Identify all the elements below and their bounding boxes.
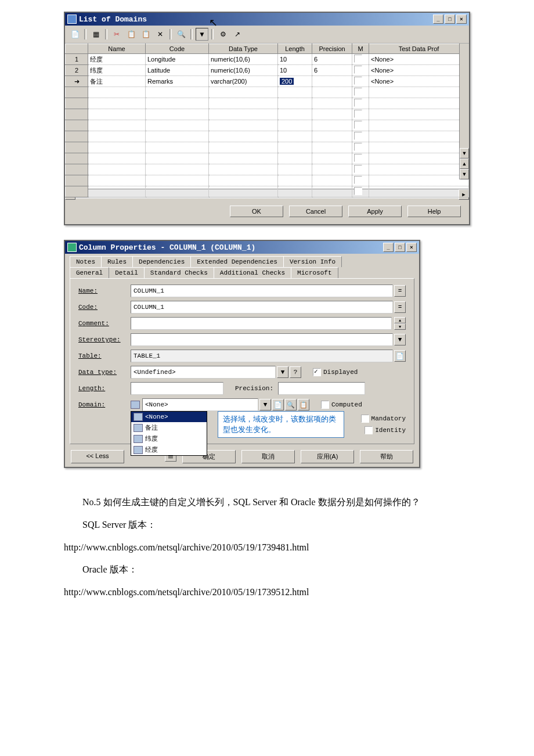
- paste-icon[interactable]: 📋: [139, 28, 152, 41]
- tool-icon[interactable]: ⚙: [217, 28, 229, 41]
- less-button[interactable]: << Less: [71, 450, 124, 463]
- tab-standard-checks[interactable]: Standard Checks: [144, 267, 214, 278]
- displayed-checkbox[interactable]: ✓Displayed: [313, 368, 358, 376]
- domains-grid[interactable]: Name Code Data Type Length Precision M T…: [65, 44, 469, 189]
- window-title: List of Domains: [79, 15, 433, 24]
- comment-up-button[interactable]: ▲: [394, 317, 406, 323]
- stereotype-dropdown-button[interactable]: ▼: [394, 334, 406, 345]
- code-label: Code:: [78, 304, 131, 311]
- article-text: No.5 如何生成主键的自定义增长列，SQL Server 和 Oracle 数…: [64, 483, 470, 613]
- mandatory-checkbox[interactable]: Mandatory: [361, 415, 406, 423]
- col-length[interactable]: Length: [278, 44, 312, 54]
- precision-field[interactable]: [278, 382, 365, 395]
- domain-dropdown-button[interactable]: ▼: [259, 399, 271, 411]
- tab-microsoft[interactable]: Microsoft: [291, 267, 338, 278]
- tab-ext-dependencies[interactable]: Extended Dependencies: [190, 256, 284, 267]
- app-icon: [67, 15, 77, 24]
- apply-button[interactable]: 应用(A): [301, 450, 354, 463]
- url-text: http://www.cnblogs.com/netsql/archive/20…: [64, 584, 470, 601]
- help-button[interactable]: 帮助: [360, 450, 413, 463]
- datatype-dropdown-button[interactable]: ▼: [277, 366, 288, 378]
- domain-field[interactable]: [142, 398, 258, 411]
- col-testdata[interactable]: Test Data Prof: [369, 44, 469, 54]
- apply-button[interactable]: Apply: [348, 206, 402, 217]
- tab-row-bottom: General Detail Standard Checks Additiona…: [65, 267, 419, 278]
- datatype-field[interactable]: [131, 366, 276, 379]
- stereotype-label: Stereotype:: [78, 336, 131, 343]
- domain-option[interactable]: 备注: [131, 422, 207, 433]
- app-icon: [67, 243, 77, 252]
- tab-content: Name: = Code: = Comment: ▲ ▼ Stereotype:…: [70, 278, 414, 444]
- vertical-scrollbar[interactable]: ▼ ▲ ▼: [459, 44, 469, 179]
- filter-icon[interactable]: ▼: [196, 28, 208, 41]
- col-rownum[interactable]: [66, 44, 88, 54]
- domain-dropdown-list[interactable]: <None> 备注 纬度 经度: [131, 411, 207, 456]
- domain-btn3[interactable]: 📋: [298, 399, 309, 411]
- name-sync-button[interactable]: =: [394, 285, 406, 297]
- delete-icon[interactable]: ✕: [154, 28, 167, 41]
- col-m[interactable]: M: [352, 44, 369, 54]
- table-field: [131, 350, 393, 362]
- url-text: http://www.cnblogs.com/netsql/archive/20…: [64, 539, 470, 556]
- identity-checkbox[interactable]: Identity: [365, 426, 406, 434]
- domain-btn1[interactable]: 📄: [272, 399, 284, 411]
- tab-detail[interactable]: Detail: [109, 267, 145, 278]
- scroll-bottom-icon[interactable]: ▼: [460, 169, 469, 179]
- tab-general[interactable]: General: [70, 267, 109, 279]
- maximize-button[interactable]: □: [445, 15, 455, 24]
- toolbar: 📄 ▦ ✂ 📋 📋 ✕ 🔍 ▼ ⚙ ↗: [65, 26, 469, 44]
- help-button[interactable]: Help: [407, 206, 461, 217]
- comment-field[interactable]: [131, 317, 392, 330]
- table-row[interactable]: 2纬度Latitudenumeric(10,6)106<None>: [66, 65, 469, 76]
- column-properties-window: Column Properties - COLUMN_1 (COLUMN_1) …: [64, 240, 420, 468]
- datatype-help-button[interactable]: ?: [290, 366, 301, 378]
- close-button[interactable]: ×: [406, 243, 417, 252]
- stereotype-field[interactable]: [131, 333, 393, 346]
- copy-icon[interactable]: 📋: [125, 28, 138, 41]
- datatype-label: Data type:: [78, 369, 131, 376]
- comment-down-button[interactable]: ▼: [394, 323, 406, 330]
- table-row[interactable]: ➜备注Remarksvarchar(200)200<None>: [66, 76, 469, 87]
- domain-btn2[interactable]: 🔍: [285, 399, 297, 411]
- col-name[interactable]: Name: [88, 44, 146, 54]
- domain-option-none[interactable]: <None>: [131, 412, 207, 422]
- export-icon[interactable]: ↗: [231, 28, 244, 41]
- close-button[interactable]: ×: [456, 15, 467, 24]
- col-precision[interactable]: Precision: [312, 44, 352, 54]
- grid-icon[interactable]: ▦: [89, 28, 102, 41]
- new-icon[interactable]: 📄: [68, 28, 81, 41]
- tab-notes[interactable]: Notes: [70, 256, 102, 267]
- name-label: Name:: [78, 287, 131, 294]
- tab-version-info[interactable]: Version Info: [283, 256, 342, 267]
- titlebar: Column Properties - COLUMN_1 (COLUMN_1) …: [65, 241, 419, 254]
- tab-additional-checks[interactable]: Additional Checks: [214, 267, 291, 278]
- tab-rules[interactable]: Rules: [101, 256, 133, 267]
- domain-option[interactable]: 经度: [131, 444, 207, 455]
- length-field[interactable]: [131, 382, 223, 395]
- scroll-down-icon[interactable]: ▼: [460, 148, 469, 159]
- precision-label: Precision:: [235, 385, 273, 392]
- table-label: Table:: [78, 352, 131, 359]
- col-code[interactable]: Code: [146, 44, 209, 54]
- callout-tooltip: 选择域，域改变时，该数据项的类型也发生变化。: [218, 411, 344, 438]
- domain-option[interactable]: 纬度: [131, 433, 207, 444]
- maximize-button[interactable]: □: [395, 243, 405, 252]
- minimize-button[interactable]: _: [433, 15, 443, 24]
- find-icon[interactable]: 🔍: [175, 28, 187, 41]
- paragraph: No.5 如何生成主键的自定义增长列，SQL Server 和 Oracle 数…: [64, 494, 470, 511]
- cancel-button[interactable]: 取消: [241, 450, 295, 463]
- minimize-button[interactable]: _: [383, 243, 394, 252]
- cut-icon[interactable]: ✂: [110, 28, 123, 41]
- code-field[interactable]: [131, 301, 393, 314]
- tab-dependencies[interactable]: Dependencies: [132, 256, 191, 267]
- name-field[interactable]: [131, 285, 393, 297]
- col-datatype[interactable]: Data Type: [209, 44, 278, 54]
- table-browse-button[interactable]: 📄: [394, 350, 406, 362]
- computed-checkbox[interactable]: Computed: [321, 401, 362, 409]
- code-sync-button[interactable]: =: [394, 301, 406, 313]
- table-row[interactable]: 1经度Longitudenumeric(10,6)106<None>: [66, 54, 469, 65]
- scroll-top-icon[interactable]: ▲: [460, 159, 469, 169]
- cancel-button[interactable]: Cancel: [289, 206, 342, 217]
- length-label: Length:: [78, 385, 131, 392]
- ok-button[interactable]: OK: [230, 206, 283, 217]
